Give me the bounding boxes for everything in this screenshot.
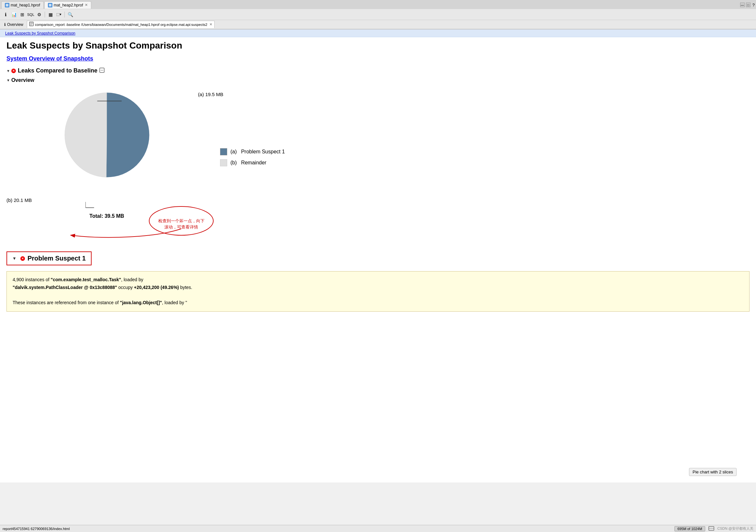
svg-rect-1 <box>49 4 51 7</box>
pie-label-b: (b) 20.1 MB <box>7 198 32 203</box>
leaks-error-icon: ✕ <box>11 68 16 73</box>
page-content: Leak Suspects by Snapshot Comparison Sys… <box>0 37 756 315</box>
tab-heap1[interactable]: mat_heap1.hprof <box>1 1 44 9</box>
legend-label-a: (a) Problem Suspect 1 <box>230 149 285 155</box>
toolbar: ℹ 📊 ⊞ SQL ⚙ ▦ ⬚▾ 🔍 <box>0 9 756 20</box>
nav-tab-overview-label: Overview <box>7 22 23 27</box>
nav-tab-overview-icon: ℹ <box>4 22 6 27</box>
ps-collapse-arrow[interactable]: ▼ <box>12 256 16 261</box>
nav-tab-report-icon <box>29 22 34 27</box>
info-text-line2: These instances are referenced from one … <box>13 299 743 307</box>
tab-heap1-label: mat_heap1.hprof <box>11 3 40 8</box>
pie-slice-b <box>65 93 107 177</box>
overview-collapse-arrow[interactable]: ▼ <box>7 78 10 82</box>
problem-suspect-section: ▼ ✕ Problem Suspect 1 4,900 instances of… <box>7 248 749 312</box>
pie-chart-label: Pie chart with 2 slices <box>689 468 737 476</box>
bar-chart-button[interactable]: 📊 <box>10 11 17 18</box>
nav-tab-overview[interactable]: ℹ Overview <box>2 21 26 28</box>
tab-heap2[interactable]: mat_heap2.hprof ✕ <box>44 1 92 9</box>
content-area: Leak Suspects by Snapshot Comparison Lea… <box>0 29 756 483</box>
report-button[interactable]: ⬚▾ <box>55 11 63 18</box>
toolbar-sep2 <box>65 12 65 17</box>
annotation-oval: 检查到一个坏一点，向下 滚动，可查看详情 <box>149 206 214 236</box>
tab-heap2-label: mat_heap2.hprof <box>54 3 83 8</box>
info-class-name: "com.example.test_malloc.Task" <box>51 277 122 282</box>
pie-total: Total: 39.5 MB <box>89 213 124 219</box>
annotation-text: 检查到一个坏一点，向下 滚动，可查看详情 <box>158 219 204 230</box>
ps-error-icon: ✕ <box>20 256 25 261</box>
help-button[interactable]: ? <box>752 3 755 8</box>
overview-section-header: ▼ Overview <box>7 77 749 83</box>
db-button[interactable]: SQL <box>27 11 34 18</box>
problem-suspect-box: ▼ ✕ Problem Suspect 1 <box>7 252 92 265</box>
chart-container: (a) 19.5 MB (b) 20.1 MB Total: 39.5 MB (… <box>7 90 749 219</box>
info-size: +20,423,200 (49.26%) <box>134 285 179 290</box>
info-button[interactable]: ℹ <box>2 11 9 18</box>
breadcrumb-bar: Leak Suspects by Snapshot Comparison <box>0 29 756 37</box>
search-button[interactable]: 🔍 <box>67 11 74 18</box>
pie-label-a: (a) 19.5 MB <box>198 92 223 97</box>
leaks-section-header: ▼ ✕ Leaks Compared to Baseline <box>7 67 749 74</box>
window-chrome: mat_heap1.hprof mat_heap2.hprof ✕ — □ ? … <box>0 0 756 29</box>
legend-item-a: (a) Problem Suspect 1 <box>220 148 285 155</box>
page-title: Leak Suspects by Snapshot Comparison <box>7 40 749 51</box>
annotation-area: 检查到一个坏一点，向下 滚动，可查看详情 <box>7 219 749 245</box>
pie-slice-a <box>106 93 149 177</box>
nav-tab-report[interactable]: comparison_report -baseline /Users/biaow… <box>27 21 215 28</box>
overview-section-title: Overview <box>11 77 34 83</box>
tab-heap2-close[interactable]: ✕ <box>85 3 88 7</box>
info-text-line1: 4,900 instances of "com.example.test_mal… <box>13 276 743 292</box>
svg-rect-0 <box>6 4 9 7</box>
leaks-collapse-arrow[interactable]: ▼ <box>7 69 10 73</box>
info-box: 4,900 instances of "com.example.test_mal… <box>7 271 749 312</box>
tab-heap2-icon <box>48 3 52 8</box>
nav-tab-report-label: comparison_report -baseline /Users/biaow… <box>35 23 207 27</box>
pie-chart-svg <box>62 90 152 180</box>
leaks-section-icon <box>99 67 104 74</box>
legend-swatch-b <box>220 159 227 166</box>
info-loader-name: "dalvik.system.PathClassLoader @ 0x13c88… <box>13 285 117 290</box>
problem-suspect-title: Problem Suspect 1 <box>28 255 86 262</box>
toolbar-sep1 <box>45 12 45 17</box>
maximize-button[interactable]: □ <box>746 3 750 7</box>
legend-swatch-a <box>220 148 227 155</box>
nav-toolbar: ℹ Overview comparison_report -baseline /… <box>0 20 756 29</box>
minimize-button[interactable]: — <box>740 3 745 7</box>
system-overview-link[interactable]: System Overview of Snapshots <box>7 55 749 62</box>
pie-wrapper: (a) 19.5 MB (b) 20.1 MB Total: 39.5 MB <box>45 90 168 219</box>
info-ref-class: "java.lang.Object[]" <box>120 300 162 305</box>
tab-heap1-icon <box>5 3 10 8</box>
nav-tab-report-close[interactable]: ✕ <box>209 22 212 27</box>
tab-bar: mat_heap1.hprof mat_heap2.hprof ✕ — □ ? <box>0 0 756 9</box>
settings-button[interactable]: ⚙ <box>36 11 43 18</box>
grid-button[interactable]: ⊞ <box>19 11 26 18</box>
view-button[interactable]: ▦ <box>47 11 54 18</box>
pie-legend: (a) Problem Suspect 1 (b) Remainder <box>220 148 285 170</box>
legend-label-b: (b) Remainder <box>230 160 266 166</box>
leaks-section-title: Leaks Compared to Baseline <box>18 67 97 74</box>
breadcrumb-link[interactable]: Leak Suspects by Snapshot Comparison <box>5 31 75 36</box>
legend-item-b: (b) Remainder <box>220 159 285 166</box>
window-controls: — □ <box>740 3 750 7</box>
